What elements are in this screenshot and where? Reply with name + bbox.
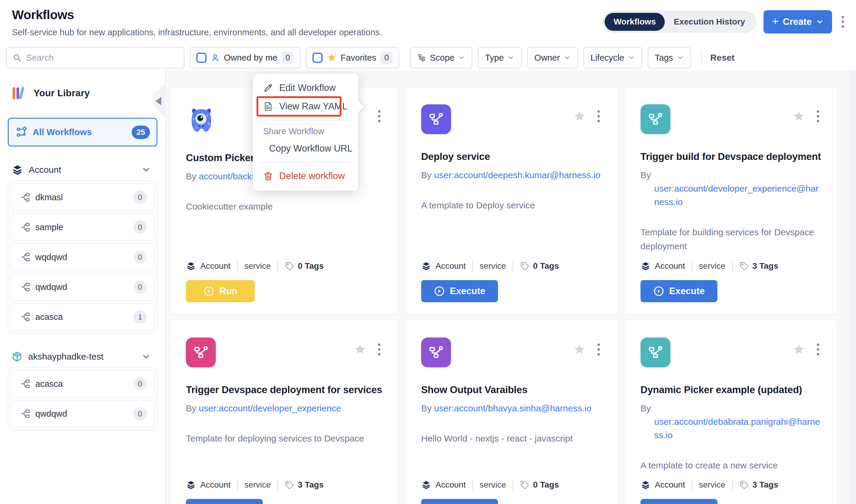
execute-button[interactable]: Execute <box>186 499 263 504</box>
card-description: Hello World - nextjs - react - javascrip… <box>421 432 602 446</box>
execute-button[interactable]: Execute <box>421 499 498 504</box>
card-type: service <box>244 480 271 490</box>
annotation-highlight-box <box>257 96 342 116</box>
reset-filters-link[interactable]: Reset <box>710 53 735 63</box>
chevron-down-icon <box>141 352 151 361</box>
sidebar-item-dkmasl[interactable]: dkmasl 0 <box>11 183 154 211</box>
sidebar-item-sample[interactable]: sample 0 <box>11 213 154 241</box>
scrollbar-track[interactable] <box>850 71 856 504</box>
favorites-label: Favorites <box>341 53 376 63</box>
tab-workflows[interactable]: Workflows <box>604 13 665 31</box>
tag-icon <box>520 261 529 271</box>
card-owner: By user:account/developer_experience@har… <box>640 168 821 209</box>
collapse-left-icon <box>155 97 161 105</box>
owner-link[interactable]: user:account/debabrata.panigrahi@harness… <box>654 417 820 440</box>
menu-item-view-raw-yaml[interactable]: View Raw YAML <box>253 97 358 116</box>
favorite-star-icon[interactable] <box>793 110 805 122</box>
layers-icon <box>421 261 431 271</box>
card-more-menu-icon[interactable] <box>376 109 382 124</box>
lifecycle-dropdown[interactable]: Lifecycle <box>583 47 642 69</box>
card-more-menu-icon[interactable] <box>596 109 602 124</box>
chevron-down-icon <box>507 54 514 61</box>
card-type: service <box>479 480 506 490</box>
menu-item-copy-workflow-url[interactable]: Copy Workflow URL <box>253 139 358 158</box>
header-more-menu-icon[interactable] <box>840 14 846 30</box>
type-dropdown[interactable]: Type <box>478 47 522 69</box>
owned-by-me-count: 0 <box>281 52 294 64</box>
chevron-down-icon <box>628 54 635 61</box>
workflow-card-show-output[interactable]: Show Output Varaibles By user:account/bh… <box>405 320 618 504</box>
card-type: service <box>699 480 725 490</box>
card-owner: By user:account/deepesh.kumar@harness.io <box>421 168 602 182</box>
sidebar-item-label: wqdqwd <box>35 252 67 262</box>
card-description: Template for deploying services to Devsp… <box>186 432 382 446</box>
card-more-menu-icon[interactable] <box>815 342 821 357</box>
sidebar-item-wqdqwd[interactable]: wqdqwd 0 <box>11 243 154 271</box>
sidebar-section-account[interactable]: Account <box>11 164 155 176</box>
hierarchy-icon <box>417 53 426 62</box>
item-count-badge: 0 <box>134 191 147 204</box>
card-more-menu-icon[interactable] <box>815 109 821 124</box>
sidebar-item-all-workflows[interactable]: All Workflows 25 <box>8 118 157 146</box>
card-tags: 3 Tags <box>752 261 778 271</box>
run-button[interactable]: Run <box>186 280 255 302</box>
sidebar-item-acasca[interactable]: acasca 1 <box>11 303 154 330</box>
owned-by-me-filter[interactable]: Owned by me 0 <box>190 47 301 69</box>
favorites-checkbox[interactable] <box>312 53 323 63</box>
owner-link[interactable]: user:account/bhavya.sinha@harness.io <box>434 403 592 413</box>
sidebar-item-acasca-2[interactable]: acasca 0 <box>11 370 154 398</box>
create-button-label: Create <box>783 16 812 27</box>
workflow-tree-icon <box>20 311 31 322</box>
favorites-filter[interactable]: Favorites 0 <box>306 47 399 69</box>
layers-icon <box>186 261 196 271</box>
workflow-card-trigger-build[interactable]: Trigger build for Devspace deployment By… <box>624 87 837 314</box>
search-input[interactable] <box>26 53 178 63</box>
menu-item-delete-workflow[interactable]: Delete workflow <box>253 167 358 185</box>
section-akshayphadke-items: acasca 0 qwdqwd 0 <box>8 367 157 430</box>
play-circle-icon <box>203 286 215 297</box>
owner-link[interactable]: account/backs <box>199 171 256 181</box>
tag-icon <box>285 261 294 271</box>
search-icon <box>13 53 21 62</box>
sidebar-section-akshayphadke-test[interactable]: akshayphadke-test <box>11 351 155 362</box>
workflow-card-trigger-devspace[interactable]: Trigger Devspace deployment for services… <box>169 320 399 504</box>
owner-link[interactable]: user:account/developer_experience@harnes… <box>654 183 819 207</box>
execute-button[interactable]: Execute <box>421 280 498 302</box>
favorite-star-icon[interactable] <box>573 110 585 122</box>
execute-button[interactable]: Execute <box>640 280 717 302</box>
workflow-tile-icon <box>640 104 670 134</box>
favorite-star-icon[interactable] <box>573 343 585 356</box>
menu-item-edit-workflow[interactable]: Edit Workflow <box>253 78 358 97</box>
workflow-tree-icon <box>20 192 31 203</box>
library-title: Your Library <box>34 88 90 98</box>
owner-link[interactable]: user:account/developer_experience <box>199 403 341 413</box>
favorite-star-icon[interactable] <box>793 343 805 356</box>
sidebar-item-qwdqwd[interactable]: qwdqwd 0 <box>11 273 154 301</box>
menu-item-label: Delete workflow <box>279 171 345 181</box>
create-button[interactable]: + Create <box>764 10 832 34</box>
card-title: Trigger build for Devspace deployment <box>640 151 821 162</box>
sidebar-item-qwdqwd-2[interactable]: qwdqwd 0 <box>11 400 154 428</box>
tab-execution-history[interactable]: Execution History <box>665 13 754 31</box>
owner-dropdown[interactable]: Owner <box>527 47 578 69</box>
by-prefix: By <box>186 171 196 181</box>
search-box[interactable] <box>6 47 184 69</box>
card-more-menu-icon[interactable] <box>376 342 382 357</box>
card-type: service <box>699 261 725 271</box>
tag-icon <box>739 480 749 490</box>
card-more-menu-icon[interactable] <box>596 342 602 357</box>
favorite-star-icon[interactable] <box>354 343 366 356</box>
workflow-card-dynamic-picker[interactable]: Dynamic Picker example (updated) By user… <box>624 320 837 504</box>
card-footer: Account service 3 Tags <box>640 260 821 280</box>
favorites-count: 0 <box>380 52 393 64</box>
card-scope: Account <box>655 261 685 271</box>
scope-dropdown[interactable]: Scope <box>410 47 472 69</box>
item-count-badge: 1 <box>134 310 147 323</box>
owned-by-me-checkbox[interactable] <box>196 53 206 63</box>
menu-item-label: Copy Workflow URL <box>269 143 353 154</box>
tags-dropdown[interactable]: Tags <box>648 47 691 69</box>
owner-link[interactable]: user:account/deepesh.kumar@harness.io <box>434 170 600 180</box>
execute-button[interactable]: Execute <box>640 499 717 504</box>
workflow-card-deploy-service[interactable]: Deploy service By user:account/deepesh.k… <box>405 87 618 314</box>
play-circle-icon <box>434 286 445 297</box>
